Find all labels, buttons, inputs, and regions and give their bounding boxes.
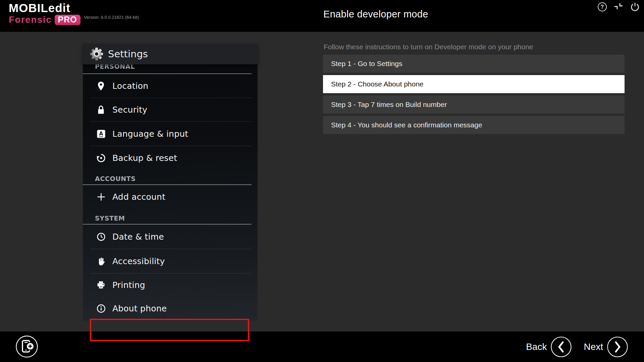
highlight-rectangle: [90, 319, 249, 341]
page-title: Enable developer mode: [323, 9, 428, 20]
printer-icon: [96, 281, 106, 289]
row-label: Date & time: [112, 232, 164, 242]
steps-list: Step 1 - Go to Settings Step 2 - Choose …: [323, 55, 625, 136]
row-date-time: Date & time: [83, 225, 258, 249]
row-label: Printing: [112, 280, 145, 290]
row-printing: Printing: [83, 274, 258, 297]
info-icon: [96, 304, 106, 313]
step-item-1: Step 1 - Go to Settings: [323, 55, 625, 73]
step-item-4: Step 4 - You should see a confirmation m…: [323, 116, 625, 134]
row-label: About phone: [112, 304, 167, 313]
row-label: Language & input: [112, 129, 188, 139]
gear-icon: [90, 47, 104, 61]
brand-name: MOBILedit: [9, 2, 80, 14]
brand-logo: MOBILedit Forensic PRO: [9, 2, 80, 25]
row-label: Accessibility: [112, 256, 165, 266]
step-label: Step 4 - You should see a confirmation m…: [331, 121, 482, 129]
row-label: Location: [112, 81, 148, 91]
row-add-account: Add account: [83, 185, 258, 209]
wizard-nav: Back Next: [526, 337, 628, 357]
clock-icon: [96, 232, 106, 241]
row-security: Security: [83, 98, 258, 122]
step-item-3: Step 3 - Tap 7 times on Build number: [323, 96, 625, 114]
row-label: Security: [112, 105, 147, 115]
add-phone-button[interactable]: [15, 335, 38, 358]
chevron-left-icon: [551, 337, 572, 357]
row-accessibility: Accessibility: [83, 249, 258, 274]
instructions-intro: Follow these instructions to turn on Dev…: [324, 43, 533, 51]
phone-settings-screenshot: Settings PERSONAL Location: [83, 44, 258, 321]
back-button[interactable]: Back: [526, 337, 572, 357]
location-pin-icon: [96, 81, 106, 91]
step-label: Step 3 - Tap 7 times on Build number: [331, 101, 447, 109]
row-location: Location: [83, 74, 258, 98]
section-accounts: ACCOUNTS: [83, 170, 252, 185]
plus-icon: [96, 192, 106, 201]
version-label: Version: 8.0.0.21821 (64-bit): [84, 15, 139, 20]
phone-settings-header: Settings: [83, 44, 258, 64]
help-icon[interactable]: ?: [598, 2, 607, 11]
hand-icon: [96, 257, 106, 266]
chevron-right-icon: [607, 337, 628, 357]
main-content: Settings PERSONAL Location: [0, 32, 644, 331]
backup-restore-icon: [96, 153, 106, 163]
row-language-input: A Language & input: [83, 122, 258, 146]
add-phone-icon: [15, 335, 38, 358]
keyboard-icon: A: [96, 129, 106, 138]
next-button-label: Next: [584, 342, 603, 352]
section-personal: PERSONAL: [83, 64, 252, 74]
row-label: Backup & reset: [112, 153, 177, 163]
back-button-label: Back: [526, 342, 547, 352]
phone-settings-list: PERSONAL Location: [83, 64, 258, 320]
step-label: Step 1 - Go to Settings: [331, 60, 402, 68]
resize-icon[interactable]: [614, 2, 623, 10]
next-button[interactable]: Next: [584, 337, 628, 357]
step-label: Step 2 - Choose About phone: [331, 80, 424, 88]
top-bar: MOBILedit Forensic PRO Version: 8.0.0.21…: [0, 0, 644, 32]
step-item-2: Step 2 - Choose About phone: [323, 75, 625, 93]
pro-badge: PRO: [55, 15, 80, 25]
row-backup-reset: Backup & reset: [83, 146, 258, 170]
power-icon[interactable]: [630, 2, 640, 11]
svg-text:A: A: [99, 131, 103, 137]
section-system: SYSTEM: [83, 209, 252, 225]
row-label: Add account: [112, 192, 165, 202]
phone-settings-title: Settings: [108, 48, 148, 60]
lock-icon: [96, 105, 106, 115]
app-window: MOBILedit Forensic PRO Version: 8.0.0.21…: [0, 0, 644, 362]
row-about-phone: About phone: [83, 297, 258, 320]
brand-product: Forensic: [9, 15, 52, 24]
